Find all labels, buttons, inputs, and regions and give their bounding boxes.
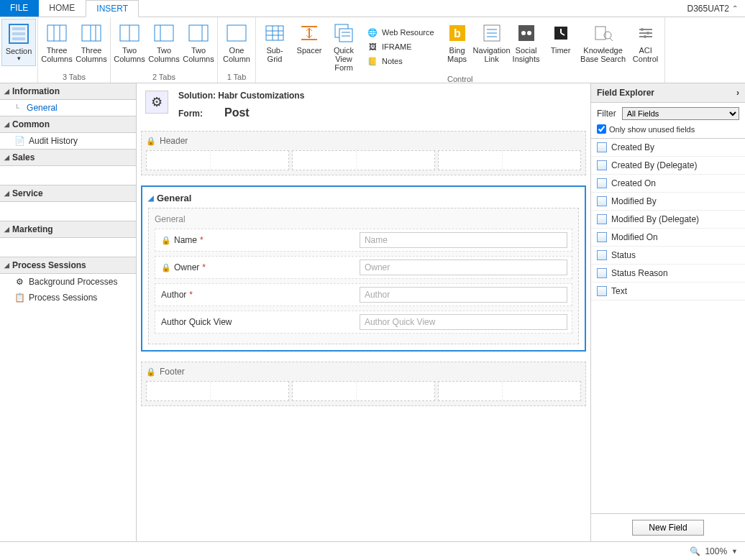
ribbon-group-blank: [1, 73, 36, 83]
header-cell-2[interactable]: [292, 150, 435, 170]
field-item[interactable]: Modified By (Delegate): [591, 211, 745, 229]
nav-procsess-label: Process Sessions: [29, 293, 97, 303]
group-2tabs-label: 2 Tabs: [112, 73, 216, 83]
filter-select[interactable]: All Fields: [622, 107, 739, 120]
footer-section[interactable]: 🔒Footer: [141, 362, 586, 406]
ribbon-2col-c-button[interactable]: Two Columns: [181, 19, 216, 66]
form-canvas: ⚙ Solution: Habr Customizations Form: Po…: [137, 83, 590, 541]
ribbon-timer-label: Timer: [551, 46, 571, 55]
footer-cell-3[interactable]: [438, 381, 581, 401]
ribbon-notes-button[interactable]: 📒 Notes: [367, 55, 434, 68]
field-name-label: Name: [174, 235, 197, 245]
nav-sales-label: Sales: [12, 152, 35, 162]
field-name-input[interactable]: Name: [360, 232, 567, 248]
ribbon-webresource-button[interactable]: 🌐 Web Resource: [367, 26, 434, 39]
field-item[interactable]: Modified On: [591, 229, 745, 247]
ribbon-aci-button[interactable]: ACI Control: [629, 19, 663, 75]
spacer-icon: [298, 22, 321, 45]
field-row-name[interactable]: 🔒Name* Name: [155, 229, 572, 252]
ribbon-iframe-label: IFRAME: [382, 42, 412, 51]
nav-header-sales[interactable]: ◢Sales: [0, 149, 136, 166]
field-row-owner[interactable]: 🔒Owner* Owner: [155, 256, 572, 279]
footer-cell-2[interactable]: [292, 381, 435, 401]
chevron-right-icon[interactable]: ›: [736, 88, 739, 98]
header-cell-3[interactable]: [438, 150, 581, 170]
lock-icon: 🔒: [161, 263, 171, 272]
ribbon-section-button[interactable]: Section ▾: [1, 19, 36, 66]
nav-item-bgproc[interactable]: ⚙Background Processes: [0, 274, 136, 290]
ribbon-navlink-button[interactable]: Navigation Link: [475, 19, 509, 75]
kbsearch-icon: [592, 22, 615, 45]
nav-header-processes[interactable]: ◢Process Sessions: [0, 257, 136, 274]
unused-checkbox[interactable]: [597, 124, 606, 134]
field-row-author[interactable]: Author* Author: [155, 283, 572, 306]
ribbon-bingmaps-button[interactable]: b Bing Maps: [440, 19, 475, 75]
field-icon: [597, 142, 607, 152]
quickview-icon: [332, 22, 355, 45]
ribbon-1col-label: One Column: [221, 46, 252, 63]
field-item[interactable]: Created On: [591, 175, 745, 193]
magnifier-icon[interactable]: 🔍: [690, 546, 700, 556]
general-section[interactable]: General 🔒Name* Name 🔒Owner* Owner Author…: [148, 208, 579, 344]
general-tab[interactable]: ◢General General 🔒Name* Name 🔒Owner* Own…: [141, 185, 586, 352]
timer-icon: [549, 22, 572, 45]
ribbon-subgrid-button[interactable]: Sub-Grid: [257, 19, 292, 75]
environment-label[interactable]: D365UAT2 ⌃: [680, 0, 745, 17]
ribbon-2col-b-button[interactable]: Two Columns: [147, 19, 181, 66]
triangle-down-icon: ◢: [4, 262, 9, 269]
tab-insert[interactable]: INSERT: [86, 0, 139, 17]
field-explorer-title: Field Explorer: [597, 88, 654, 98]
field-item[interactable]: Modified By: [591, 193, 745, 211]
field-author-input[interactable]: Author: [360, 287, 567, 303]
field-owner-input[interactable]: Owner: [360, 260, 567, 275]
svg-rect-26: [339, 29, 352, 42]
field-icon: [597, 268, 607, 278]
nav-header-information[interactable]: ◢Information: [0, 83, 136, 100]
field-aqv-input[interactable]: Author Quick View: [360, 314, 567, 330]
nav-item-procsess[interactable]: 📋Process Sessions: [0, 290, 136, 306]
new-field-button[interactable]: New Field: [632, 520, 703, 536]
statusbar: 🔍 100% ▼: [0, 541, 745, 560]
nav-header-common[interactable]: ◢Common: [0, 116, 136, 133]
svg-rect-17: [266, 26, 283, 40]
navlink-icon: [480, 22, 503, 45]
ribbon-social-button[interactable]: Social Insights: [509, 19, 544, 75]
field-item[interactable]: Created By (Delegate): [591, 157, 745, 175]
ribbon-quickview-button[interactable]: Quick View Form: [326, 19, 361, 75]
field-icon: [597, 250, 607, 260]
ribbon-kbsearch-button[interactable]: Knowledge Base Search: [578, 19, 629, 75]
environment-text: D365UAT2: [687, 4, 729, 14]
svg-rect-7: [82, 25, 101, 41]
two-columns-c-icon: [187, 22, 210, 45]
chevron-down-icon[interactable]: ▼: [731, 548, 738, 555]
three-columns-icon: [45, 22, 68, 45]
chevron-up-icon: ⌃: [732, 4, 738, 12]
ribbon-3col-a-button[interactable]: Three Columns: [40, 19, 74, 66]
field-item[interactable]: Text: [591, 283, 745, 300]
header-section[interactable]: 🔒Header: [141, 131, 586, 175]
bingmaps-icon: b: [446, 22, 469, 45]
field-explorer-header[interactable]: Field Explorer ›: [591, 83, 745, 103]
field-item-label: Modified On: [611, 232, 658, 242]
ribbon-iframe-button[interactable]: 🖼 IFRAME: [367, 40, 434, 53]
footer-cell-1[interactable]: [146, 381, 289, 401]
tab-home[interactable]: HOME: [39, 0, 86, 17]
header-cell-1[interactable]: [146, 150, 289, 170]
field-item[interactable]: Status Reason: [591, 265, 745, 283]
field-item[interactable]: Created By: [591, 139, 745, 157]
ribbon-1col-button[interactable]: One Column: [219, 19, 254, 66]
field-item[interactable]: Status: [591, 247, 745, 265]
ribbon-3col-b-button[interactable]: Three Columns: [74, 19, 109, 66]
nav-header-marketing[interactable]: ◢Marketing: [0, 221, 136, 238]
ribbon-timer-button[interactable]: Timer: [544, 19, 578, 75]
field-row-aqv[interactable]: Author Quick View Author Quick View: [155, 311, 572, 334]
nav-item-audit[interactable]: 📄Audit History: [0, 133, 136, 149]
nav-header-service[interactable]: ◢Service: [0, 185, 136, 202]
ribbon-spacer-label: Spacer: [297, 46, 322, 55]
field-aqv-label: Author Quick View: [161, 317, 232, 327]
tab-file[interactable]: FILE: [0, 0, 39, 17]
nav-item-general[interactable]: General: [0, 100, 136, 116]
ribbon-spacer-button[interactable]: Spacer: [292, 19, 326, 75]
ribbon-2col-a-button[interactable]: Two Columns: [112, 19, 147, 66]
svg-rect-1: [12, 27, 25, 30]
